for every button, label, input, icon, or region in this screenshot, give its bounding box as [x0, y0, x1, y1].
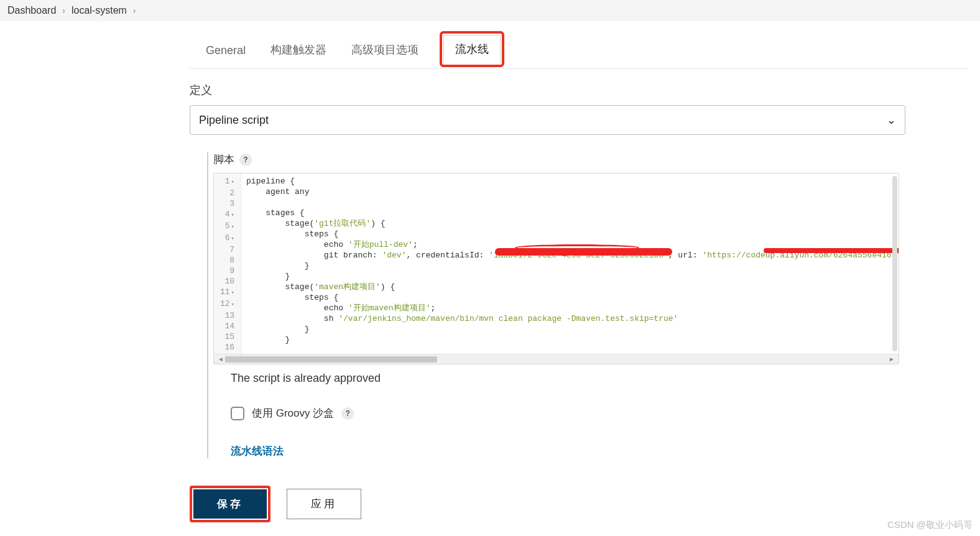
definition-select[interactable]: Pipeline script ⌄	[190, 105, 905, 135]
scroll-right-icon[interactable]: ►	[887, 356, 896, 363]
breadcrumb-local-system[interactable]: local-system	[72, 5, 127, 16]
definition-select-value: Pipeline script	[199, 114, 269, 127]
chevron-right-icon: ›	[62, 6, 65, 16]
tab-build-triggers[interactable]: 构建触发器	[267, 37, 330, 63]
pipeline-syntax-link[interactable]: 流水线语法	[231, 444, 284, 458]
tab-pipeline[interactable]: 流水线	[443, 35, 501, 63]
tab-advanced-options[interactable]: 高级项目选项	[348, 37, 422, 63]
save-button[interactable]: 保存	[193, 489, 267, 519]
code-content[interactable]: pipeline { agent any stages { stage('git…	[241, 173, 899, 354]
apply-button[interactable]: 应用	[287, 489, 361, 519]
line-gutter: 1234567891011121314151617	[214, 173, 241, 354]
chevron-down-icon: ⌄	[887, 113, 896, 127]
script-editor[interactable]: 1234567891011121314151617 pipeline { age…	[213, 173, 899, 364]
tabs-row: General 构建触发器 高级项目选项 流水线	[190, 21, 968, 69]
help-icon[interactable]: ?	[239, 154, 252, 166]
vertical-scrollbar[interactable]	[891, 176, 897, 351]
chevron-right-icon: ›	[133, 6, 136, 16]
highlight-save-button: 保存	[190, 486, 270, 522]
breadcrumb-dashboard[interactable]: Dashboard	[7, 5, 56, 16]
script-section: 脚本 ? 1234567891011121314151617 pipeline …	[207, 152, 968, 458]
config-form: General 构建触发器 高级项目选项 流水线 定义 Pipeline scr…	[177, 21, 980, 536]
highlight-pipeline-tab: 流水线	[440, 31, 504, 67]
groovy-sandbox-label: 使用 Groovy 沙盒	[252, 406, 334, 420]
script-label: 脚本	[213, 152, 234, 167]
groovy-sandbox-checkbox[interactable]	[231, 407, 244, 420]
watermark: CSDN @敬业小码哥	[887, 519, 973, 531]
redaction-mark	[764, 248, 899, 253]
help-icon[interactable]: ?	[341, 407, 354, 420]
definition-label: 定义	[190, 83, 968, 98]
tab-general[interactable]: General	[202, 39, 249, 63]
scroll-left-icon[interactable]: ◄	[216, 356, 225, 363]
horizontal-scrollbar[interactable]: ◄ ►	[214, 354, 899, 364]
form-buttons: 保存 应用	[190, 486, 968, 522]
script-approved-text: The script is already approved	[231, 372, 968, 385]
breadcrumb: Dashboard › local-system ›	[0, 0, 980, 21]
redaction-mark	[515, 244, 639, 251]
